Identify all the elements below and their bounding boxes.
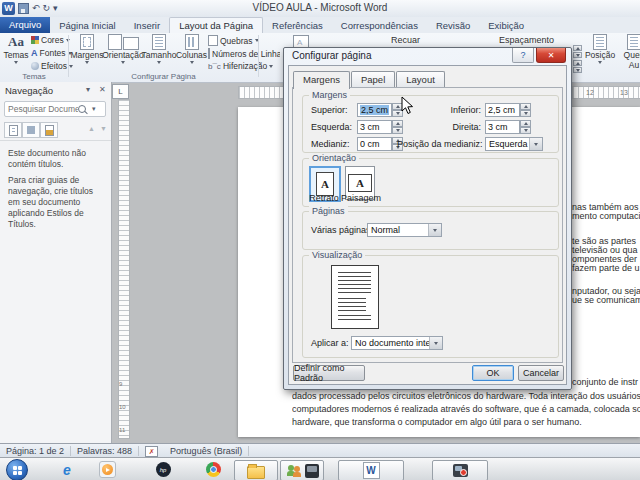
next-result-icon[interactable]: ▼ [100, 125, 107, 132]
tamanho-button[interactable]: Tamanho [143, 34, 175, 64]
group-separator [68, 35, 69, 77]
undo-button[interactable]: ↶ [32, 2, 40, 15]
tab-referencias[interactable]: Referências [263, 18, 332, 33]
language-indicator[interactable]: Português (Brasil) [164, 446, 248, 456]
word-icon: W [363, 462, 380, 479]
cancel-button[interactable]: Cancelar [518, 365, 564, 381]
nav-tab-results[interactable] [40, 122, 58, 138]
spacing-spinner[interactable] [573, 60, 582, 73]
quebra-texto-button[interactable]: Queb Au [619, 34, 640, 70]
taskbar-chrome[interactable] [196, 460, 230, 479]
posicao-medianiz-dropdown[interactable]: Esquerda [485, 137, 543, 151]
chevron-down-icon [85, 61, 89, 64]
tab-selector[interactable]: L [112, 84, 129, 99]
direita-field[interactable]: 3 cm [485, 120, 520, 134]
nav-empty-message: Este documento não contém títulos. [8, 148, 102, 170]
save-icon[interactable] [18, 3, 29, 14]
margens-button[interactable]: Margens [71, 34, 103, 64]
document-text-line: mento computaci [572, 211, 640, 221]
previous-result-icon[interactable]: ▲ [88, 125, 95, 132]
taskbar-recorder[interactable] [432, 460, 488, 480]
taskbar-messenger[interactable] [280, 460, 324, 480]
breaks-icon [208, 35, 218, 46]
redo-button[interactable]: ↻ [43, 2, 51, 15]
temas-button[interactable]: Aa Temas [3, 34, 29, 64]
ok-button[interactable]: OK [472, 365, 514, 381]
word-count[interactable]: Palavras: 488 [71, 446, 138, 456]
esquerda-spinner[interactable] [392, 120, 403, 134]
document-text-line: computadores modernos é realizada atravé… [292, 404, 640, 414]
qat-customize-button[interactable]: ▾ [53, 2, 58, 15]
inferior-field[interactable]: 2,5 cm [485, 103, 520, 117]
margins-icon [80, 34, 94, 50]
ruler-number: 13 [620, 89, 628, 96]
start-button[interactable] [6, 459, 28, 480]
horizontal-ruler[interactable]: 12 13 [572, 86, 640, 99]
tab-arquivo[interactable]: Arquivo [0, 17, 50, 33]
preview-group-label: Visualização [309, 250, 365, 260]
margins-group: Margens Superior: 2,5 cm Inferior: 2,5 c… [302, 95, 559, 153]
fontes-button[interactable]: A Fontes [31, 48, 72, 58]
tab-exibicao[interactable]: Exibição [479, 18, 533, 33]
posicao-button[interactable]: Posição [583, 34, 617, 64]
dialog-close-button[interactable]: ✕ [536, 48, 566, 63]
search-box[interactable]: ▾ [4, 101, 106, 117]
page-count[interactable]: Página: 1 de 2 [0, 446, 70, 456]
taskbar-internet-explorer[interactable]: e [50, 460, 84, 479]
spacing-spinner[interactable] [573, 45, 582, 58]
orientacao-button[interactable]: Orientação [104, 34, 142, 64]
dialog-tab-layout[interactable]: Layout [396, 71, 445, 87]
numeros-de-linha-button[interactable]: Números de Linha [208, 48, 280, 59]
chevron-down-icon [529, 138, 542, 150]
pages-group-label: Páginas [309, 206, 348, 216]
medianiz-field[interactable]: 0 cm [357, 137, 392, 151]
spell-check-icon[interactable]: ✗ [145, 446, 158, 457]
folder-icon [247, 466, 265, 479]
nav-pane-close-icon[interactable]: ✕ [99, 85, 106, 94]
tab-correspondencias[interactable]: Correspondências [332, 18, 427, 33]
efeitos-button[interactable]: Efeitos [31, 61, 73, 71]
taskbar-media-player[interactable] [90, 460, 124, 479]
superior-field[interactable]: 2,5 cm [357, 103, 392, 117]
taskbar-hp[interactable]: hp [146, 460, 180, 479]
inferior-spinner[interactable] [520, 103, 531, 117]
vertical-ruler[interactable] [118, 99, 130, 439]
dialog-help-button[interactable]: ? [512, 48, 534, 63]
document-text-line: hardware, que transforma o computador em… [292, 417, 640, 427]
dialog-title: Configurar página [292, 50, 372, 61]
posicao-medianiz-label: Posição da medianiz: [397, 139, 481, 149]
dialog-tab-margens[interactable]: Margens [293, 71, 350, 89]
hifenizacao-button[interactable]: b¯c Hifenização [208, 61, 273, 71]
dialog-client-area: Margens Papel Layout Margens Superior: 2… [288, 65, 567, 385]
horizontal-ruler[interactable] [238, 86, 284, 99]
set-as-default-button[interactable]: Definir como Padrão [293, 365, 365, 381]
colunas-button[interactable]: Colunas [176, 34, 207, 64]
tab-inserir[interactable]: Inserir [125, 18, 169, 33]
nav-tab-pages[interactable] [22, 122, 40, 138]
tab-revisao[interactable]: Revisão [427, 18, 479, 33]
cores-button[interactable]: Cores [31, 35, 70, 45]
chevron-down-icon [598, 61, 602, 64]
tab-pagina-inicial[interactable]: Página Inicial [50, 18, 125, 33]
search-icon[interactable] [78, 105, 86, 113]
temas-group-label: Temas [0, 72, 68, 81]
document-text-line: ue se comunicam [572, 295, 640, 305]
text-wrap-icon [627, 34, 640, 50]
search-options-icon[interactable]: ▾ [92, 105, 96, 113]
taskbar-explorer[interactable] [234, 460, 278, 480]
multiple-pages-dropdown[interactable]: Normal [367, 223, 442, 237]
navigation-pane-title: Navegação [5, 85, 53, 96]
ruler-number: 10 [119, 404, 126, 410]
dialog-tab-papel[interactable]: Papel [351, 71, 395, 87]
quebras-button[interactable]: Quebras [208, 35, 259, 46]
apply-to-dropdown[interactable]: No documento inteiro [351, 336, 443, 350]
search-input[interactable] [5, 104, 78, 114]
page-preview [331, 265, 379, 329]
direita-spinner[interactable] [520, 120, 531, 134]
taskbar-word-active[interactable]: W [338, 460, 404, 480]
tab-layout-da-pagina[interactable]: Layout da Página [169, 17, 263, 33]
nav-pane-options-icon[interactable]: ▾ [86, 85, 90, 94]
esquerda-field[interactable]: 3 cm [357, 120, 392, 134]
superior-label: Superior: [311, 105, 348, 115]
nav-tab-headings[interactable] [4, 122, 22, 138]
